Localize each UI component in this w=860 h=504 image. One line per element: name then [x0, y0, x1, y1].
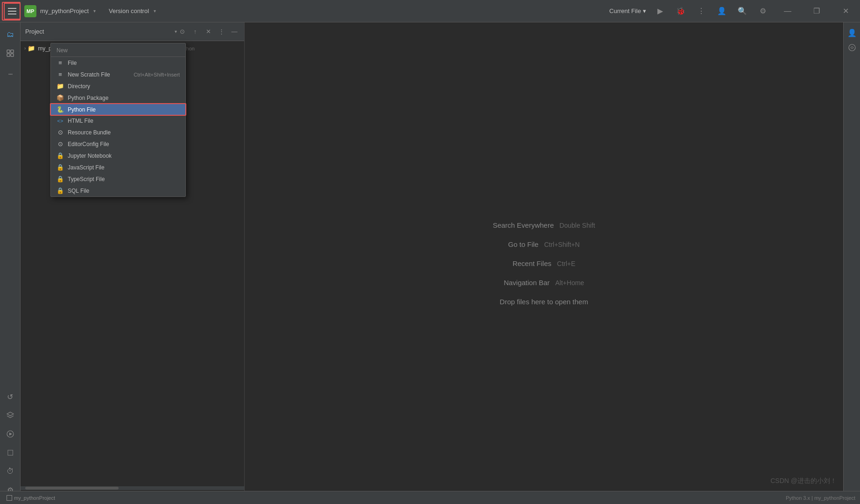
sidebar-more-icon[interactable]: ··· [2, 65, 19, 82]
new-typescript-item[interactable]: 🔒 TypeScript File [51, 173, 185, 185]
sidebar-todo-icon[interactable]: ⏱ [2, 463, 19, 480]
sql-icon: 🔒 [56, 187, 64, 194]
hamburger-menu-button[interactable] [4, 3, 21, 20]
version-control-arrow[interactable]: ▾ [154, 8, 156, 14]
project-dropdown-arrow[interactable]: ▾ [93, 8, 96, 14]
directory-icon: 📁 [56, 83, 64, 90]
new-scratch-file-item[interactable]: ≡ New Scratch File Ctrl+Alt+Shift+Insert [51, 69, 185, 80]
title-bar-left: MP my_pythonProject ▾ Version control ▾ [4, 3, 156, 20]
jupyter-icon: 🔒 [56, 152, 64, 159]
new-html-file-item[interactable]: <> HTML File [51, 115, 185, 126]
debug-button[interactable]: 🐞 [674, 5, 687, 18]
panel-header: Project ▾ ⊙ ↑ ✕ ⋮ — [21, 22, 244, 41]
close-button[interactable]: ✕ [835, 0, 856, 22]
editorconfig-icon: ⊙ [56, 140, 64, 147]
svg-rect-0 [7, 50, 10, 53]
popup-title: New [51, 43, 185, 57]
version-control[interactable]: Version control [109, 7, 149, 14]
minimize-button[interactable]: — [777, 0, 798, 22]
scratch-file-shortcut: Ctrl+Alt+Shift+Insert [134, 72, 180, 77]
search-everywhere-key: Double Shift [559, 222, 595, 229]
svg-point-6 [849, 44, 855, 51]
panel-scrollbar[interactable] [21, 486, 244, 490]
svg-rect-3 [11, 54, 14, 56]
svg-marker-5 [9, 433, 12, 435]
tree-chevron-icon: › [24, 46, 26, 51]
shortcut-row-nav: Navigation Bar Alt+Home [504, 279, 584, 287]
svg-rect-1 [11, 50, 14, 53]
sidebar-run-icon[interactable] [2, 426, 19, 442]
new-sql-item[interactable]: 🔒 SQL File [51, 185, 185, 196]
directory-label: Directory [68, 83, 180, 90]
left-sidebar: 🗂 ··· ↺ ☐ [0, 22, 21, 504]
bottom-project-item[interactable]: my_pythonProject [5, 495, 57, 501]
shortcut-row-search: Search Everywhere Double Shift [493, 221, 595, 229]
new-editorconfig-item[interactable]: ⊙ EditorConfig File [51, 138, 185, 150]
more-actions-button[interactable]: ⋮ [695, 5, 708, 18]
current-file-arrow: ▾ [643, 7, 646, 14]
watermark: CSDN @进击的小刘！ [770, 477, 837, 485]
right-ai-icon[interactable] [846, 41, 859, 54]
main-layout: 🗂 ··· ↺ ☐ [0, 22, 860, 504]
panel-up-btn[interactable]: ↑ [190, 27, 200, 37]
sql-label: SQL File [68, 188, 180, 194]
python-file-icon: 🐍 [56, 106, 64, 113]
goto-file-key: Ctrl+Shift+N [544, 241, 579, 248]
javascript-label: JavaScript File [68, 164, 180, 171]
new-python-package-item[interactable]: 📦 Python Package [51, 92, 185, 104]
file-icon: ≡ [56, 59, 64, 66]
run-button[interactable]: ▶ [654, 5, 667, 18]
panel-collapse-btn[interactable]: — [229, 27, 240, 37]
file-label: File [68, 60, 180, 66]
settings-icon[interactable]: ⚙ [756, 5, 769, 18]
resource-bundle-icon: ⊙ [56, 129, 64, 136]
bottom-right-info: Python 3.x | my_pythonProject [786, 495, 855, 501]
recent-files-key: Ctrl+E [557, 260, 575, 267]
drop-files-label: Drop files here to open them [500, 298, 588, 306]
typescript-icon: 🔒 [56, 175, 64, 182]
panel-close-btn[interactable]: ✕ [203, 27, 213, 37]
project-name[interactable]: my_pythonProject [40, 7, 89, 14]
account-icon[interactable]: 👤 [715, 5, 728, 18]
maximize-button[interactable]: ❐ [806, 0, 827, 22]
tree-folder-icon: 📁 [28, 45, 35, 52]
python-package-label: Python Package [68, 95, 180, 101]
sidebar-plugins-icon[interactable] [2, 45, 19, 62]
panel-more-btn[interactable]: ⋮ [216, 27, 226, 37]
scratch-file-label: New Scratch File [68, 71, 130, 78]
current-file-button[interactable]: Current File ▾ [609, 7, 646, 14]
new-python-file-item[interactable]: 🐍 Python File [51, 104, 185, 115]
new-file-popup: New ≡ File ≡ New Scratch File Ctrl+Alt+S… [50, 43, 186, 197]
panel-scrollbar-thumb [25, 487, 119, 490]
new-javascript-item[interactable]: 🔒 JavaScript File [51, 161, 185, 173]
panel-sync-btn[interactable]: ⊙ [177, 27, 187, 37]
new-resource-bundle-item[interactable]: ⊙ Resource Bundle [51, 126, 185, 138]
editor-area: Search Everywhere Double Shift Go to Fil… [245, 22, 843, 504]
resource-bundle-label: Resource Bundle [68, 129, 180, 136]
sidebar-layers-icon[interactable] [2, 407, 19, 424]
shortcut-row-goto: Go to File Ctrl+Shift+N [508, 240, 579, 248]
right-sidebar: 👤 [843, 22, 860, 504]
search-everywhere-label: Search Everywhere [493, 221, 554, 229]
sidebar-terminal-icon[interactable]: ☐ [2, 444, 19, 461]
new-directory-item[interactable]: 📁 Directory [51, 80, 185, 92]
recent-files-label: Recent Files [513, 259, 551, 267]
new-file-item[interactable]: ≡ File [51, 57, 185, 69]
search-everywhere-icon[interactable]: 🔍 [736, 5, 749, 18]
python-file-label: Python File [68, 106, 180, 113]
editorconfig-label: EditorConfig File [68, 141, 180, 147]
shortcut-row-drop: Drop files here to open them [500, 298, 588, 306]
html-file-icon: <> [56, 118, 64, 124]
title-bar-right: Current File ▾ ▶ 🐞 ⋮ 👤 🔍 ⚙ — ❐ ✕ [609, 0, 856, 22]
python-package-icon: 📦 [56, 94, 64, 101]
new-jupyter-item[interactable]: 🔒 Jupyter Notebook [51, 150, 185, 161]
javascript-icon: 🔒 [56, 164, 64, 171]
shortcut-row-recent: Recent Files Ctrl+E [513, 259, 576, 267]
current-file-label: Current File [609, 7, 641, 14]
project-badge: MP [24, 5, 36, 17]
sidebar-project-icon[interactable]: 🗂 [2, 26, 19, 43]
panel-actions: ⊙ ↑ ✕ ⋮ — [177, 27, 240, 37]
sidebar-packages-icon[interactable]: ↺ [2, 388, 19, 405]
title-bar: MP my_pythonProject ▾ Version control ▾ … [0, 0, 860, 22]
right-account-icon[interactable]: 👤 [846, 26, 859, 39]
